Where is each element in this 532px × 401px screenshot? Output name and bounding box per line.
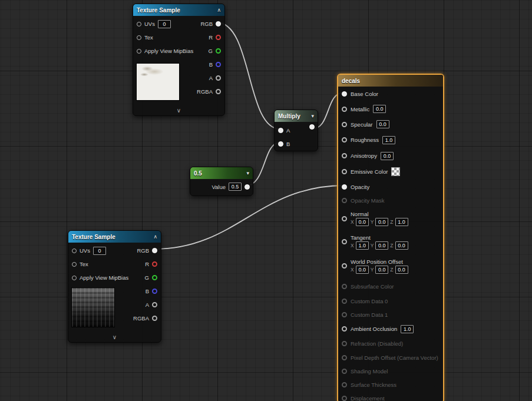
node-header[interactable]: decals bbox=[338, 75, 443, 87]
input-pin-a[interactable] bbox=[278, 128, 283, 133]
output-label: RGB bbox=[137, 247, 149, 254]
constant-value-box[interactable]: 0.5 bbox=[229, 183, 242, 191]
value-box-y[interactable]: 0.0 bbox=[375, 266, 388, 274]
input-pin[interactable] bbox=[342, 216, 347, 221]
input-pin-mipbias[interactable] bbox=[72, 276, 77, 280]
input-pin-uvs[interactable] bbox=[137, 22, 141, 26]
dropdown-icon[interactable]: ▾ bbox=[246, 170, 249, 176]
output-pin-b[interactable] bbox=[152, 289, 157, 294]
output-pin-value[interactable] bbox=[244, 184, 250, 190]
input-pin[interactable] bbox=[342, 382, 347, 387]
input-label: Tex bbox=[80, 261, 88, 267]
texture-sample-node-top[interactable]: Texture Sample ∧ UVs 0 Tex Apply View Mi… bbox=[133, 4, 225, 116]
input-row-pixel-depth-offset: Pixel Depth Offset (Camera Vector) bbox=[342, 351, 440, 364]
value-box-z[interactable]: 1.0 bbox=[395, 218, 408, 226]
output-label: G bbox=[209, 48, 213, 54]
input-label: Opacity Mask bbox=[351, 197, 385, 204]
input-pin[interactable] bbox=[342, 239, 347, 244]
output-label: RGB bbox=[200, 21, 213, 27]
input-pin-b[interactable] bbox=[278, 141, 283, 147]
input-pin-mipbias[interactable] bbox=[137, 49, 141, 54]
expand-chevron-icon[interactable]: ∨ bbox=[68, 333, 161, 342]
input-row-opacity-mask: Opacity Mask bbox=[342, 194, 440, 207]
material-graph-canvas[interactable]: Texture Sample ∧ UVs 0 Tex Apply View Mi… bbox=[0, 0, 532, 401]
axis-label-z: Z bbox=[390, 267, 393, 273]
dropdown-icon[interactable]: ▾ bbox=[311, 113, 314, 119]
expand-chevron-icon[interactable]: ∨ bbox=[133, 107, 224, 115]
collapse-icon[interactable]: ∧ bbox=[153, 234, 157, 240]
output-pin-r[interactable] bbox=[216, 35, 221, 40]
value-box-y[interactable]: 0.0 bbox=[375, 218, 388, 226]
input-pin[interactable] bbox=[342, 153, 347, 158]
collapse-icon[interactable]: ∧ bbox=[217, 7, 221, 13]
input-pin[interactable] bbox=[342, 341, 347, 346]
output-pin-g[interactable] bbox=[216, 48, 221, 54]
input-pin[interactable] bbox=[342, 355, 347, 360]
value-box-x[interactable]: 0.0 bbox=[356, 266, 369, 274]
input-label: UVs bbox=[144, 21, 155, 27]
value-box-z[interactable]: 0.0 bbox=[395, 266, 408, 274]
output-pin-b[interactable] bbox=[216, 62, 221, 67]
value-box-y[interactable]: 0.0 bbox=[375, 241, 388, 250]
output-label: A bbox=[209, 75, 213, 81]
multiply-node[interactable]: Multiply ▾ A B bbox=[274, 110, 318, 151]
node-title: Multiply bbox=[278, 113, 300, 120]
output-pin-r[interactable] bbox=[152, 261, 157, 267]
input-pin[interactable] bbox=[342, 91, 347, 97]
input-row-shading-model: Shading Model bbox=[342, 364, 440, 378]
input-pin[interactable] bbox=[342, 198, 347, 203]
input-pin[interactable] bbox=[342, 169, 347, 174]
constant-node[interactable]: 0.5 ▾ Value 0.5 bbox=[190, 167, 253, 196]
uvs-value-box[interactable]: 0 bbox=[158, 20, 171, 28]
value-box[interactable]: 1.0 bbox=[382, 136, 395, 144]
texture-preview-thumbnail[interactable] bbox=[71, 287, 115, 327]
value-box-z[interactable]: 0.0 bbox=[395, 241, 408, 250]
value-box-x[interactable]: 1.0 bbox=[356, 241, 369, 250]
input-pin[interactable] bbox=[342, 299, 347, 304]
input-pin[interactable] bbox=[342, 184, 347, 190]
input-pin[interactable] bbox=[342, 326, 347, 332]
value-box[interactable]: 0.0 bbox=[376, 120, 389, 128]
material-result-node-decals[interactable]: decals Base Color Metallic 0.0 Specular … bbox=[337, 74, 444, 401]
input-pin[interactable] bbox=[342, 107, 347, 112]
emissive-color-swatch[interactable] bbox=[391, 167, 400, 176]
input-pin[interactable] bbox=[342, 122, 347, 127]
value-box[interactable]: 0.0 bbox=[373, 105, 386, 113]
input-pin[interactable] bbox=[342, 284, 347, 289]
output-label: G bbox=[145, 274, 149, 281]
texture-sample-node-bottom[interactable]: Texture Sample ∧ UVs 0 Tex Apply View Mi… bbox=[68, 230, 161, 343]
value-box[interactable]: 0.0 bbox=[381, 152, 394, 160]
input-pin[interactable] bbox=[342, 137, 347, 142]
input-pin[interactable] bbox=[342, 312, 347, 317]
node-header[interactable]: Texture Sample ∧ bbox=[68, 231, 161, 243]
axis-label-z: Z bbox=[390, 219, 393, 225]
value-box-x[interactable]: 0.0 bbox=[356, 218, 369, 226]
input-label: Anisotropy bbox=[351, 153, 377, 159]
input-row-tex: Tex bbox=[137, 31, 193, 44]
output-pin-rgba[interactable] bbox=[216, 89, 221, 94]
input-pin[interactable] bbox=[342, 396, 347, 401]
output-pin-a[interactable] bbox=[152, 302, 157, 307]
wire-texsample-top-to-multiply-a[interactable] bbox=[217, 22, 280, 129]
output-pin-g[interactable] bbox=[152, 275, 157, 280]
input-pins-column: UVs 0 Tex Apply View MipBias bbox=[72, 244, 128, 284]
output-pin-rgb[interactable] bbox=[152, 248, 157, 253]
output-pins-column: RGB R G B A RGBA bbox=[133, 244, 157, 325]
output-pin-rgba[interactable] bbox=[152, 316, 157, 321]
input-label: Ambient Occlusion bbox=[351, 326, 397, 332]
value-box[interactable]: 1.0 bbox=[401, 325, 414, 333]
axis-label-y: Y bbox=[371, 219, 374, 225]
input-pin-tex[interactable] bbox=[137, 35, 141, 40]
node-header[interactable]: 0.5 ▾ bbox=[190, 167, 253, 179]
uvs-value-box[interactable]: 0 bbox=[93, 247, 106, 255]
node-header[interactable]: Texture Sample ∧ bbox=[133, 4, 224, 16]
input-pin[interactable] bbox=[342, 369, 347, 374]
output-pin-result[interactable] bbox=[309, 124, 315, 130]
input-pin-uvs[interactable] bbox=[72, 248, 77, 253]
output-pin-rgb[interactable] bbox=[216, 21, 221, 26]
input-pin-tex[interactable] bbox=[72, 262, 77, 267]
output-pin-a[interactable] bbox=[216, 75, 221, 81]
input-pin[interactable] bbox=[342, 263, 347, 269]
texture-preview-thumbnail[interactable] bbox=[136, 63, 180, 101]
node-header[interactable]: Multiply ▾ bbox=[275, 110, 318, 122]
